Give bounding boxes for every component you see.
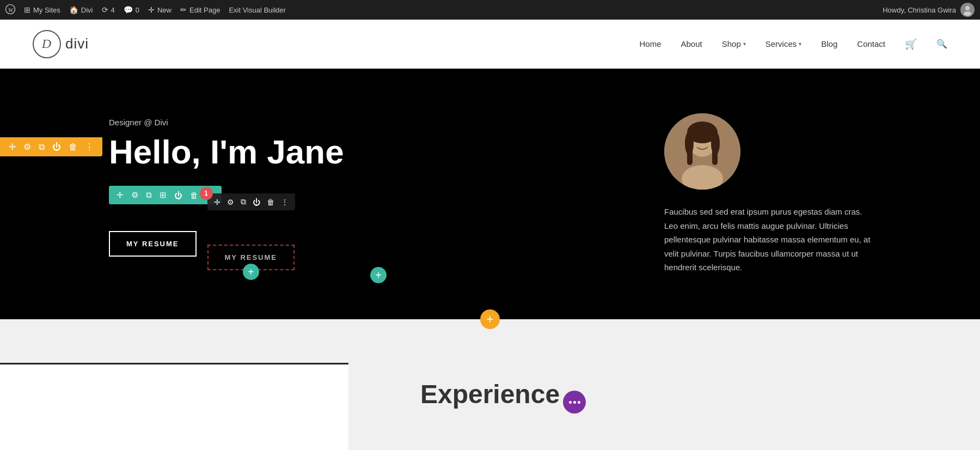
add-section-area: + — [0, 319, 980, 336]
module-toolbar: ✛ ⚙ ⧉ ⏻ 🗑 ⋮ — [207, 193, 295, 210]
svg-rect-10 — [712, 143, 718, 165]
avatar-image — [664, 113, 740, 190]
comments-icon: 💬 — [124, 5, 133, 14]
site-logo[interactable]: D divi — [33, 30, 89, 58]
hero-buttons-row: MY RESUME 1 ✛ ⚙ ⧉ ⏻ 🗑 ⋮ — [109, 217, 632, 270]
updates-icon: ⟳ — [102, 5, 108, 14]
updates-link[interactable]: ⟳ 4 — [102, 5, 115, 14]
logo-circle: D — [33, 30, 61, 58]
avatar[interactable] — [960, 3, 975, 17]
my-sites-label: My Sites — [33, 6, 60, 14]
svg-point-2 — [965, 6, 970, 10]
comments-count: 0 — [136, 6, 139, 14]
plus-icon: ✛ — [148, 5, 155, 14]
nav-blog[interactable]: Blog — [821, 39, 837, 48]
admin-bar: W ⊞ My Sites 🏠 Divi ⟳ 4 💬 0 ✛ New ✏ Edit… — [0, 0, 980, 20]
nav-contact[interactable]: Contact — [857, 39, 885, 48]
exit-vb-link[interactable]: Exit Visual Builder — [229, 6, 286, 14]
section-enable-btn[interactable]: ⏻ — [52, 142, 61, 152]
bubble-dots — [569, 401, 580, 404]
hero-section: Designer @ Divi Hello, I'm Jane ✛ ⚙ ⧉ ⊞ … — [0, 69, 980, 319]
module-more-btn[interactable]: ⋮ — [281, 198, 289, 206]
add-column-btn[interactable]: + — [370, 267, 387, 283]
module-badge: 1 — [200, 187, 213, 200]
hero-title: Hello, I'm Jane — [109, 133, 632, 171]
comments-link[interactable]: 💬 0 — [124, 5, 139, 14]
hero-bio: Faucibus sed sed erat ipsum purus egesta… — [664, 205, 871, 275]
section-add-btn[interactable]: ✛ — [9, 142, 16, 152]
section-more-btn[interactable]: ⋮ — [85, 142, 94, 152]
edit-icon: ✏ — [180, 5, 187, 14]
module-settings-btn[interactable]: ⚙ — [227, 198, 234, 206]
experience-panel — [0, 363, 348, 450]
updates-count: 4 — [111, 6, 115, 14]
home-icon: 🏠 — [69, 5, 78, 14]
lower-section: Experi ence — [0, 336, 980, 450]
row-columns-btn[interactable]: ⊞ — [160, 190, 167, 200]
row-add-btn[interactable]: ✛ — [117, 190, 124, 200]
svg-rect-9 — [687, 143, 693, 165]
chat-bubble-icon — [563, 391, 586, 413]
services-dropdown-arrow: ▾ — [799, 41, 801, 47]
admin-bar-right: Howdy, Christina Gwira — [883, 3, 975, 17]
site-nav: Home About Shop ▾ Services ▾ Blog Contac… — [639, 38, 947, 50]
module-move-btn[interactable]: ✛ — [214, 198, 220, 206]
module-delete-btn[interactable]: 🗑 — [267, 198, 274, 206]
add-row-below-btn[interactable]: + — [243, 264, 259, 280]
edit-page-link[interactable]: ✏ Edit Page — [180, 5, 220, 14]
row-enable-btn[interactable]: ⏻ — [174, 191, 182, 200]
section-settings-btn[interactable]: ⚙ — [23, 142, 31, 152]
section-duplicate-btn[interactable]: ⧉ — [39, 142, 45, 152]
svg-text:W: W — [8, 6, 14, 13]
module-duplicate-btn[interactable]: ⧉ — [241, 197, 246, 206]
shop-dropdown-arrow: ▾ — [743, 41, 746, 47]
experience-heading: Experi ence — [420, 379, 560, 409]
exp-bubble-container: ence — [500, 379, 560, 409]
add-section-btn[interactable]: + — [480, 309, 500, 329]
site-header: D divi Home About Shop ▾ Services ▾ Blog… — [0, 20, 980, 69]
svg-point-3 — [964, 11, 971, 16]
experience-section: Experi ence — [420, 368, 560, 409]
new-label: New — [157, 6, 171, 14]
wp-logo-link[interactable]: W — [5, 4, 15, 16]
hero-left: Designer @ Divi Hello, I'm Jane ✛ ⚙ ⧉ ⊞ … — [109, 118, 632, 270]
resume-button-1[interactable]: MY RESUME — [109, 231, 197, 257]
search-icon[interactable]: 🔍 — [936, 39, 947, 49]
experience-text-2: ence — [500, 380, 560, 409]
row-settings-btn[interactable]: ⚙ — [131, 190, 138, 200]
divi-link[interactable]: 🏠 Divi — [69, 5, 93, 14]
experience-text: Experi — [420, 379, 500, 409]
hero-subtitle: Designer @ Divi — [109, 118, 632, 127]
logo-letter: D — [42, 37, 52, 51]
nav-about[interactable]: About — [681, 39, 702, 48]
logo-text: divi — [65, 35, 89, 52]
section-delete-btn[interactable]: 🗑 — [69, 142, 77, 152]
howdy-text: Howdy, Christina Gwira — [883, 6, 956, 14]
exit-vb-label: Exit Visual Builder — [229, 6, 286, 14]
wp-icon: W — [5, 4, 15, 16]
row-delete-btn[interactable]: 🗑 — [190, 191, 198, 200]
nav-services[interactable]: Services ▾ — [765, 39, 802, 48]
row-duplicate-btn[interactable]: ⧉ — [146, 190, 152, 200]
hero-avatar — [664, 113, 740, 190]
my-sites-icon: ⊞ — [24, 5, 30, 14]
hero-right: Faucibus sed sed erat ipsum purus egesta… — [632, 113, 871, 275]
section-toolbar: ✛ ⚙ ⧉ ⏻ 🗑 ⋮ — [0, 137, 102, 156]
edit-page-label: Edit Page — [189, 6, 220, 14]
module-enable-btn[interactable]: ⏻ — [253, 198, 260, 206]
divi-label: Divi — [81, 6, 93, 14]
my-sites-link[interactable]: ⊞ My Sites — [24, 5, 60, 14]
nav-shop[interactable]: Shop ▾ — [722, 39, 746, 48]
nav-home[interactable]: Home — [639, 39, 661, 48]
module-toolbar-wrapper: 1 ✛ ⚙ ⧉ ⏻ 🗑 ⋮ MY RESUME — [207, 217, 295, 270]
new-content-link[interactable]: ✛ New — [148, 5, 171, 14]
cart-icon[interactable]: 🛒 — [905, 38, 917, 50]
